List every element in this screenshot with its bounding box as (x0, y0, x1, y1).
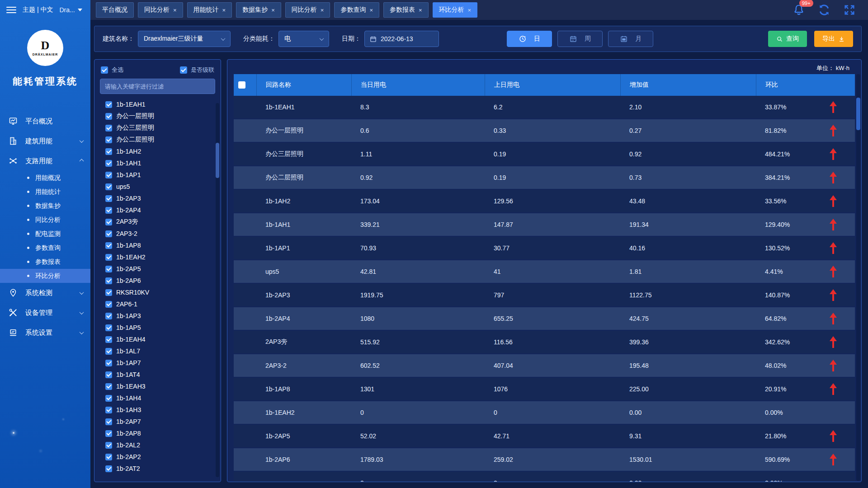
tree-item[interactable]: 1b-1AP7 (105, 357, 215, 369)
checkbox-checked-icon[interactable] (105, 442, 112, 449)
checkbox-checked-icon[interactable] (105, 418, 112, 425)
checkbox-checked-icon[interactable] (105, 230, 112, 237)
checkbox-checked-icon[interactable] (105, 172, 112, 178)
fullscreen-icon[interactable] (843, 3, 856, 17)
checkbox-checked-icon[interactable] (105, 266, 112, 272)
checkbox-checked-icon[interactable] (105, 360, 112, 366)
sidebar-item-building-energy[interactable]: 建筑用能 (0, 131, 90, 151)
table-scrollbar[interactable] (856, 74, 860, 481)
sidebar-item-system-settings[interactable]: 系统设置 (0, 323, 90, 343)
tree-item[interactable]: 1b-1AP8 (105, 239, 215, 251)
tree-item[interactable]: 2AP3旁 (105, 216, 215, 228)
sidebar-subitem-energy-stats[interactable]: 用能统计 (0, 185, 90, 199)
tab-参数报表[interactable]: 参数报表× (383, 2, 429, 18)
checkbox-checked-icon[interactable] (105, 430, 112, 437)
tree-item[interactable]: 1b-2AL2 (105, 439, 215, 451)
close-tab-icon[interactable]: × (173, 7, 177, 13)
tab-参数查询[interactable]: 参数查询× (334, 2, 379, 18)
checkbox-checked-icon[interactable] (105, 219, 112, 225)
user-menu[interactable]: Dra... (59, 6, 82, 14)
tab-环比分析[interactable]: 环比分析× (433, 2, 478, 18)
select-all-checkbox[interactable]: 全选 (101, 66, 123, 74)
tree-item[interactable]: 1b-1EAH1 (105, 99, 215, 110)
tree-item[interactable]: 1b-1EAH2 (105, 251, 215, 263)
tree-item[interactable]: 办公三层照明 (105, 122, 215, 134)
sidebar-subitem-power-monitor[interactable]: 配电监测 (0, 227, 90, 241)
tree-item[interactable]: 1b-1AH2 (105, 145, 215, 157)
export-button[interactable]: 导出 (814, 31, 853, 47)
checkbox-checked-icon[interactable] (105, 313, 112, 319)
checkbox-checked-icon[interactable] (105, 301, 112, 308)
checkbox-checked-icon[interactable] (105, 254, 112, 261)
tree-item[interactable]: 1b-1EAH3 (105, 380, 215, 392)
close-tab-icon[interactable]: × (419, 7, 422, 13)
query-button[interactable]: 查询 (768, 31, 807, 47)
cascade-checkbox[interactable]: 是否级联 (180, 66, 214, 74)
tree-item[interactable]: 1b-2AT2 (105, 463, 215, 474)
tree-item[interactable]: 1b-1AP5 (105, 322, 215, 333)
close-tab-icon[interactable]: × (222, 7, 226, 13)
checkbox-checked-icon[interactable] (105, 383, 112, 390)
tree-item[interactable]: 1b-1AH1 (105, 157, 215, 169)
sidebar-subitem-energy-overview[interactable]: 用能概况 (0, 171, 90, 185)
checkbox-checked-icon[interactable] (105, 277, 112, 284)
checkbox-checked-icon[interactable] (105, 160, 112, 167)
refresh-icon[interactable] (817, 3, 831, 17)
select-all-rows-checkbox[interactable] (238, 81, 245, 89)
sidebar-subitem-mom-analysis[interactable]: 环比分析 (0, 269, 90, 283)
granularity-button-月[interactable]: 月 (608, 31, 653, 47)
checkbox-checked-icon[interactable] (105, 242, 112, 249)
tree-scrollbar-thumb[interactable] (216, 143, 219, 178)
checkbox-checked-icon[interactable] (105, 324, 112, 331)
tree-item[interactable]: 1b-1EAH4 (105, 333, 215, 345)
granularity-button-日[interactable]: 日 (507, 31, 552, 47)
checkbox-checked-icon[interactable] (105, 113, 112, 120)
checkbox-checked-icon[interactable] (105, 371, 112, 378)
checkbox-checked-icon[interactable] (105, 289, 112, 296)
checkbox-checked-icon[interactable] (105, 148, 112, 155)
sidebar-subitem-param-report[interactable]: 参数报表 (0, 255, 90, 269)
close-tab-icon[interactable]: × (369, 7, 373, 13)
tree-item[interactable]: 办公一层照明 (105, 110, 215, 122)
tree-item[interactable]: 1b-2AP5 (105, 263, 215, 275)
checkbox-checked-icon[interactable] (105, 183, 112, 190)
notification-bell-icon[interactable]: 99+ (792, 3, 806, 17)
sidebar-subitem-data-collection[interactable]: 数据集抄 (0, 199, 90, 213)
tree-item[interactable]: 1b-1AL7 (105, 345, 215, 357)
theme-language-label[interactable]: 主题 | 中文 (23, 6, 53, 14)
energy-type-select[interactable]: 电 (278, 31, 329, 47)
tab-数据集抄[interactable]: 数据集抄× (236, 2, 281, 18)
sidebar-item-device-management[interactable]: 设备管理 (0, 303, 90, 323)
tree-item[interactable]: 1b-1AH3 (105, 404, 215, 416)
close-tab-icon[interactable]: × (321, 7, 324, 13)
sidebar-subitem-param-query[interactable]: 参数查询 (0, 241, 90, 255)
date-picker[interactable]: 2022-06-13 (364, 31, 439, 47)
checkbox-checked-icon[interactable] (105, 348, 112, 355)
tree-item[interactable]: 2AP6-1 (105, 298, 215, 310)
tree-item[interactable]: 1b-1AT4 (105, 369, 215, 380)
tree-item[interactable]: 1b-2AP4 (105, 204, 215, 216)
tab-平台概况[interactable]: 平台概况 (96, 2, 134, 18)
sidebar-item-platform-overview[interactable]: 平台概况 (0, 111, 90, 131)
tree-filter-input[interactable] (100, 79, 215, 94)
sidebar-item-system-monitor[interactable]: 系统检测 (0, 283, 90, 303)
tree-item[interactable]: 1b-2AP8 (105, 427, 215, 439)
hamburger-menu-icon[interactable] (6, 5, 16, 15)
tab-同比分析[interactable]: 同比分析× (285, 2, 330, 18)
tree-item[interactable]: 2AP3-2 (105, 228, 215, 239)
tree-item[interactable]: 1b-2AP2 (105, 451, 215, 463)
checkbox-checked-icon[interactable] (105, 125, 112, 131)
tree-item[interactable]: ups5 (105, 181, 215, 192)
tree-item[interactable]: 办公二层照明 (105, 134, 215, 145)
tree-scrollbar[interactable] (216, 103, 219, 477)
tree-item[interactable]: 1b-2AP6 (105, 275, 215, 286)
tree-item[interactable]: 1b-1AP3 (105, 310, 215, 322)
tree-item[interactable]: RKSR10KV (105, 286, 215, 298)
tree-item[interactable]: 1b-2AP7 (105, 416, 215, 427)
checkbox-checked-icon[interactable] (105, 395, 112, 402)
sidebar-subitem-yoy-analysis[interactable]: 同比分析 (0, 213, 90, 227)
granularity-button-周[interactable]: 周 (557, 31, 603, 47)
tree-item[interactable]: 1b-1AP1 (105, 169, 215, 181)
tree-item[interactable] (105, 474, 215, 476)
tab-用能统计[interactable]: 用能统计× (187, 2, 232, 18)
